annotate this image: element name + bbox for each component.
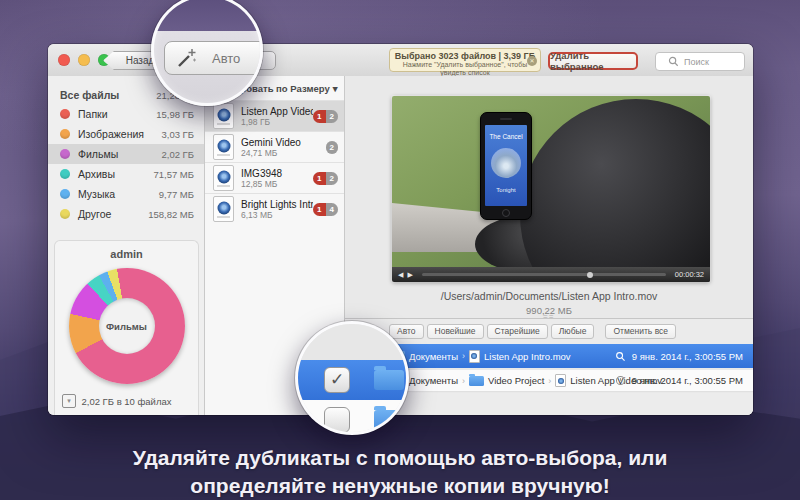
movie-file-icon — [555, 374, 566, 387]
storage-chart-panel: admin Фильмы ▾ 2,02 ГБ в 10 файлах — [54, 240, 199, 415]
total-count: 2 — [326, 110, 338, 123]
all-files-label: Все файлы — [60, 89, 156, 101]
clock-icon — [615, 375, 626, 386]
breadcrumb: Документы › Video Project › Listen App V… — [390, 374, 615, 387]
list-item[interactable]: Listen App Video 1,98 ГБ 1 2 — [205, 100, 344, 131]
movie-file-icon — [213, 103, 234, 129]
close-window-button[interactable] — [58, 54, 70, 66]
sidebar-item-music[interactable]: Музыка 9,77 МБ — [48, 184, 204, 204]
row-date: 9 янв. 2014 г., 3:00:55 PM — [632, 375, 743, 386]
magic-wand-icon — [176, 47, 198, 69]
duplicate-count-badge: 1 4 — [313, 203, 338, 216]
video-player[interactable]: The Cancel Tonight ◀ ▶ 00:00:32 — [392, 96, 710, 282]
crumb-separator: › — [548, 376, 551, 386]
movie-file-icon — [213, 196, 234, 222]
sidebar: Все файлы 21,28 ГБ Папки 15,98 ГБ Изобра… — [48, 76, 205, 415]
phone-screen-title: The Cancel — [485, 133, 527, 140]
crumb-label: Listen App Intro.mov — [484, 351, 571, 362]
filter-oldest-button[interactable]: Старейшие — [487, 324, 548, 339]
duplicate-count-badge: 1 2 — [313, 110, 338, 123]
sidebar-item-images[interactable]: Изображения 3,03 ГБ — [48, 124, 204, 144]
selection-notice: Выбрано 3023 файлов | 3,39 ГБ Нажмите "У… — [389, 48, 541, 72]
back-button-label: Назад — [126, 55, 155, 66]
delete-selected-button[interactable]: Удалить выбранное — [548, 52, 638, 70]
selected-count: 1 — [313, 203, 325, 216]
user-name: admin — [55, 248, 198, 260]
total-count: 4 — [326, 203, 338, 216]
file-size: 1,98 ГБ — [241, 117, 313, 127]
screenshot-stage: Назад Автовыбрать Фильмы Выбрано 3023 фа… — [0, 0, 800, 500]
dismiss-notice-button[interactable]: ✕ — [527, 56, 537, 66]
traffic-lights — [58, 54, 110, 66]
folder-icon — [374, 370, 404, 390]
auto-select-filter-bar: Авто Новейшие Старейшие Любые Отменить в… — [345, 319, 753, 344]
quicklook-magnifier-icon[interactable] — [615, 351, 626, 362]
crumb-label: Video Project — [488, 375, 544, 386]
sidebar-item-archives[interactable]: Архивы 71,57 МБ — [48, 164, 204, 184]
movie-file-icon — [213, 134, 234, 160]
video-controls: ◀ ▶ 00:00:32 — [392, 267, 710, 282]
category-color-dot — [60, 169, 70, 179]
chart-caption: 2,02 ГБ в 10 файлах — [55, 396, 198, 407]
video-frame: The Cancel Tonight — [392, 96, 710, 267]
phone-screen-subtitle: Tonight — [485, 187, 527, 193]
category-color-dot — [60, 109, 70, 119]
category-size: 3,03 ГБ — [161, 129, 194, 140]
storage-donut-chart: Фильмы — [69, 268, 185, 384]
sort-arrow-icon: ▾ — [333, 83, 338, 94]
category-label: Другое — [78, 208, 148, 220]
selected-count: 1 — [313, 172, 325, 185]
sidebar-item-other[interactable]: Другое 158,82 МБ — [48, 204, 204, 224]
selection-notice-subtitle: Нажмите "Удалить выбранное", чтобы увиде… — [390, 61, 540, 77]
crumb-separator: › — [462, 351, 465, 361]
category-label: Фильмы — [78, 148, 161, 160]
magnified-auto-select-button: Авто — [164, 41, 263, 75]
filter-any-button[interactable]: Любые — [551, 324, 595, 339]
category-label: Папки — [78, 108, 156, 120]
seek-bar[interactable] — [422, 273, 666, 276]
filter-auto-button[interactable]: Авто — [389, 324, 424, 339]
category-label: Архивы — [78, 168, 153, 180]
play-button[interactable]: ▶ — [407, 271, 412, 279]
list-item[interactable]: IMG3948 12,85 МБ 1 2 — [205, 162, 344, 193]
iphone-screen: The Cancel Tonight — [485, 125, 527, 206]
caption-line-2: определяйте ненужные копии вручную! — [0, 472, 800, 500]
file-name: Listen App Video — [241, 106, 313, 117]
donut-center-label: Фильмы — [106, 321, 147, 332]
marketing-caption: Удаляйте дубликаты с помощью авто-выбора… — [0, 444, 800, 500]
category-color-dot — [60, 129, 70, 139]
total-count: 2 — [326, 172, 338, 185]
sidebar-item-folders[interactable]: Папки 15,98 ГБ — [48, 104, 204, 124]
minimize-window-button[interactable] — [78, 54, 90, 66]
file-path: /Users/admin/Documents/Listen App Intro.… — [345, 290, 753, 302]
crumb-label: Документы — [409, 351, 458, 362]
magnified-selected-row: ✓ — [298, 360, 406, 400]
sidebar-item-movies[interactable]: Фильмы 2,02 ГБ — [48, 144, 204, 164]
category-size: 9,77 МБ — [159, 189, 194, 200]
seek-handle[interactable] — [587, 272, 593, 278]
table-empty-area — [345, 393, 753, 415]
list-item[interactable]: Gemini Video 24,71 МБ 2 — [205, 131, 344, 162]
search-icon — [668, 56, 679, 67]
file-size: 6,13 МБ — [241, 210, 313, 220]
list-item[interactable]: Bright Lights Intro 6,13 МБ 1 4 — [205, 193, 344, 224]
selected-count: 1 — [313, 110, 325, 123]
movie-file-icon — [469, 350, 480, 363]
file-name: Bright Lights Intro — [241, 199, 313, 210]
file-name: IMG3948 — [241, 168, 313, 179]
donut-hole: Фильмы — [99, 298, 155, 354]
file-size: 24,71 МБ — [241, 148, 326, 158]
home-button — [502, 209, 510, 217]
search-input[interactable] — [682, 56, 732, 68]
search-field[interactable] — [655, 52, 745, 71]
folder-icon — [469, 376, 484, 386]
current-time: 00:00:32 — [675, 270, 704, 279]
category-size: 71,57 МБ — [153, 169, 194, 180]
cancel-all-button[interactable]: Отменить все — [605, 324, 676, 339]
caption-line-1: Удаляйте дубликаты с помощью авто-выбора… — [0, 444, 800, 472]
filter-newest-button[interactable]: Новейшие — [427, 324, 484, 339]
rewind-button[interactable]: ◀ — [398, 271, 403, 279]
magnifier-callout-checkbox: ✓ — [295, 321, 409, 435]
category-color-dot — [60, 149, 70, 159]
crumb-separator: › — [462, 376, 465, 386]
